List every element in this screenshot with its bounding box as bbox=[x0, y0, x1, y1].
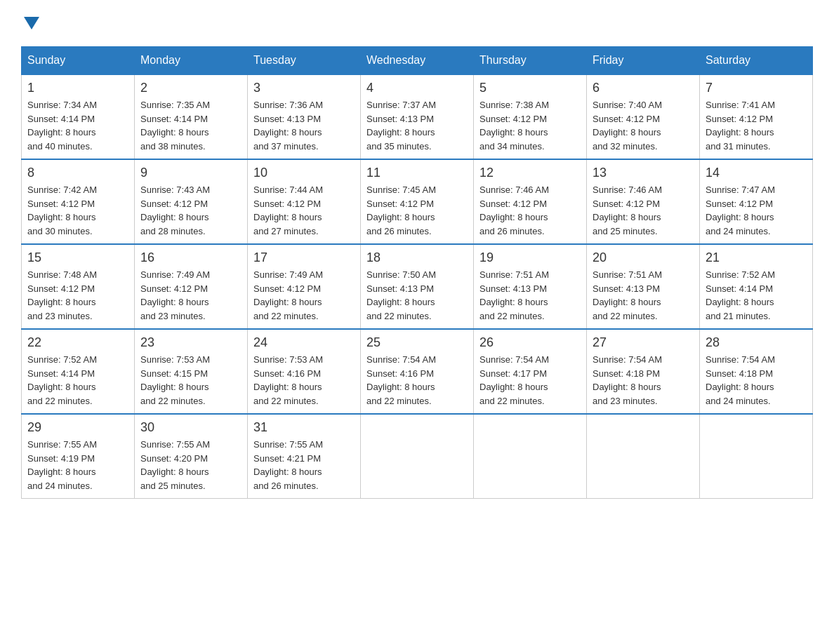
calendar-cell: 12 Sunrise: 7:46 AM Sunset: 4:12 PM Dayl… bbox=[474, 159, 587, 244]
day-info: Sunrise: 7:35 AM Sunset: 4:14 PM Dayligh… bbox=[140, 98, 241, 153]
calendar-cell bbox=[361, 414, 474, 499]
calendar-cell: 2 Sunrise: 7:35 AM Sunset: 4:14 PM Dayli… bbox=[135, 74, 248, 159]
calendar-cell: 8 Sunrise: 7:42 AM Sunset: 4:12 PM Dayli… bbox=[22, 159, 135, 244]
day-info: Sunrise: 7:49 AM Sunset: 4:12 PM Dayligh… bbox=[253, 268, 355, 323]
calendar-cell: 26 Sunrise: 7:54 AM Sunset: 4:17 PM Dayl… bbox=[474, 329, 587, 414]
day-info: Sunrise: 7:47 AM Sunset: 4:12 PM Dayligh… bbox=[706, 183, 807, 238]
calendar-cell: 14 Sunrise: 7:47 AM Sunset: 4:12 PM Dayl… bbox=[700, 159, 813, 244]
day-number: 1 bbox=[27, 81, 128, 95]
day-info: Sunrise: 7:46 AM Sunset: 4:12 PM Dayligh… bbox=[593, 183, 694, 238]
logo bbox=[21, 14, 39, 32]
day-number: 20 bbox=[593, 250, 694, 265]
calendar-cell: 25 Sunrise: 7:54 AM Sunset: 4:16 PM Dayl… bbox=[361, 329, 474, 414]
day-number: 7 bbox=[706, 81, 807, 95]
day-number: 22 bbox=[27, 335, 128, 350]
day-info: Sunrise: 7:55 AM Sunset: 4:19 PM Dayligh… bbox=[27, 438, 128, 492]
calendar-cell: 13 Sunrise: 7:46 AM Sunset: 4:12 PM Dayl… bbox=[587, 159, 700, 244]
calendar-cell: 6 Sunrise: 7:40 AM Sunset: 4:12 PM Dayli… bbox=[587, 74, 700, 159]
weekday-header-saturday: Saturday bbox=[700, 47, 813, 75]
day-info: Sunrise: 7:45 AM Sunset: 4:12 PM Dayligh… bbox=[366, 183, 468, 238]
day-number: 4 bbox=[366, 81, 468, 95]
day-number: 17 bbox=[253, 250, 355, 265]
day-info: Sunrise: 7:55 AM Sunset: 4:20 PM Dayligh… bbox=[140, 438, 241, 492]
day-number: 30 bbox=[140, 420, 241, 435]
day-info: Sunrise: 7:40 AM Sunset: 4:12 PM Dayligh… bbox=[593, 98, 694, 153]
calendar-cell: 1 Sunrise: 7:34 AM Sunset: 4:14 PM Dayli… bbox=[22, 74, 135, 159]
day-info: Sunrise: 7:54 AM Sunset: 4:17 PM Dayligh… bbox=[479, 353, 581, 408]
week-row-2: 8 Sunrise: 7:42 AM Sunset: 4:12 PM Dayli… bbox=[22, 159, 813, 244]
weekday-header-friday: Friday bbox=[587, 47, 700, 75]
svg-marker-0 bbox=[24, 17, 39, 29]
day-number: 16 bbox=[140, 250, 241, 265]
day-info: Sunrise: 7:46 AM Sunset: 4:12 PM Dayligh… bbox=[479, 183, 581, 238]
day-info: Sunrise: 7:44 AM Sunset: 4:12 PM Dayligh… bbox=[253, 183, 355, 238]
weekday-header-wednesday: Wednesday bbox=[361, 47, 474, 75]
day-number: 14 bbox=[706, 166, 807, 180]
calendar-cell: 18 Sunrise: 7:50 AM Sunset: 4:13 PM Dayl… bbox=[361, 244, 474, 329]
day-number: 2 bbox=[140, 81, 241, 95]
day-info: Sunrise: 7:51 AM Sunset: 4:13 PM Dayligh… bbox=[593, 268, 694, 323]
weekday-header-row: SundayMondayTuesdayWednesdayThursdayFrid… bbox=[22, 47, 813, 75]
weekday-header-tuesday: Tuesday bbox=[248, 47, 361, 75]
calendar-cell: 28 Sunrise: 7:54 AM Sunset: 4:18 PM Dayl… bbox=[700, 329, 813, 414]
calendar-cell: 29 Sunrise: 7:55 AM Sunset: 4:19 PM Dayl… bbox=[22, 414, 135, 499]
calendar-cell: 24 Sunrise: 7:53 AM Sunset: 4:16 PM Dayl… bbox=[248, 329, 361, 414]
day-number: 13 bbox=[593, 166, 694, 180]
calendar-cell: 23 Sunrise: 7:53 AM Sunset: 4:15 PM Dayl… bbox=[135, 329, 248, 414]
calendar-cell: 3 Sunrise: 7:36 AM Sunset: 4:13 PM Dayli… bbox=[248, 74, 361, 159]
day-number: 15 bbox=[27, 250, 128, 265]
day-info: Sunrise: 7:42 AM Sunset: 4:12 PM Dayligh… bbox=[27, 183, 128, 238]
week-row-1: 1 Sunrise: 7:34 AM Sunset: 4:14 PM Dayli… bbox=[22, 74, 813, 159]
day-number: 8 bbox=[27, 166, 128, 180]
calendar-cell: 7 Sunrise: 7:41 AM Sunset: 4:12 PM Dayli… bbox=[700, 74, 813, 159]
calendar-cell: 31 Sunrise: 7:55 AM Sunset: 4:21 PM Dayl… bbox=[248, 414, 361, 499]
day-number: 9 bbox=[140, 166, 241, 180]
calendar-cell: 19 Sunrise: 7:51 AM Sunset: 4:13 PM Dayl… bbox=[474, 244, 587, 329]
calendar-cell: 21 Sunrise: 7:52 AM Sunset: 4:14 PM Dayl… bbox=[700, 244, 813, 329]
day-info: Sunrise: 7:54 AM Sunset: 4:16 PM Dayligh… bbox=[366, 353, 468, 408]
weekday-header-monday: Monday bbox=[135, 47, 248, 75]
day-info: Sunrise: 7:55 AM Sunset: 4:21 PM Dayligh… bbox=[253, 438, 355, 492]
day-info: Sunrise: 7:52 AM Sunset: 4:14 PM Dayligh… bbox=[706, 268, 807, 323]
day-number: 26 bbox=[479, 335, 581, 350]
day-number: 3 bbox=[253, 81, 355, 95]
day-info: Sunrise: 7:53 AM Sunset: 4:16 PM Dayligh… bbox=[253, 353, 355, 408]
day-number: 12 bbox=[479, 166, 581, 180]
day-number: 10 bbox=[253, 166, 355, 180]
logo-triangle-icon bbox=[24, 17, 39, 29]
day-number: 5 bbox=[479, 81, 581, 95]
calendar-cell: 20 Sunrise: 7:51 AM Sunset: 4:13 PM Dayl… bbox=[587, 244, 700, 329]
day-info: Sunrise: 7:36 AM Sunset: 4:13 PM Dayligh… bbox=[253, 98, 355, 153]
calendar-cell: 22 Sunrise: 7:52 AM Sunset: 4:14 PM Dayl… bbox=[22, 329, 135, 414]
day-info: Sunrise: 7:52 AM Sunset: 4:14 PM Dayligh… bbox=[27, 353, 128, 408]
week-row-3: 15 Sunrise: 7:48 AM Sunset: 4:12 PM Dayl… bbox=[22, 244, 813, 329]
day-info: Sunrise: 7:34 AM Sunset: 4:14 PM Dayligh… bbox=[27, 98, 128, 153]
page-header bbox=[21, 14, 813, 32]
calendar-cell: 5 Sunrise: 7:38 AM Sunset: 4:12 PM Dayli… bbox=[474, 74, 587, 159]
day-info: Sunrise: 7:43 AM Sunset: 4:12 PM Dayligh… bbox=[140, 183, 241, 238]
day-info: Sunrise: 7:53 AM Sunset: 4:15 PM Dayligh… bbox=[140, 353, 241, 408]
day-number: 29 bbox=[27, 420, 128, 435]
day-info: Sunrise: 7:51 AM Sunset: 4:13 PM Dayligh… bbox=[479, 268, 581, 323]
day-number: 6 bbox=[593, 81, 694, 95]
calendar-cell: 4 Sunrise: 7:37 AM Sunset: 4:13 PM Dayli… bbox=[361, 74, 474, 159]
day-info: Sunrise: 7:54 AM Sunset: 4:18 PM Dayligh… bbox=[593, 353, 694, 408]
weekday-header-sunday: Sunday bbox=[22, 47, 135, 75]
calendar-cell bbox=[474, 414, 587, 499]
calendar-cell: 17 Sunrise: 7:49 AM Sunset: 4:12 PM Dayl… bbox=[248, 244, 361, 329]
weekday-header-thursday: Thursday bbox=[474, 47, 587, 75]
day-info: Sunrise: 7:41 AM Sunset: 4:12 PM Dayligh… bbox=[706, 98, 807, 153]
calendar-cell: 30 Sunrise: 7:55 AM Sunset: 4:20 PM Dayl… bbox=[135, 414, 248, 499]
day-number: 23 bbox=[140, 335, 241, 350]
calendar-cell: 15 Sunrise: 7:48 AM Sunset: 4:12 PM Dayl… bbox=[22, 244, 135, 329]
week-row-5: 29 Sunrise: 7:55 AM Sunset: 4:19 PM Dayl… bbox=[22, 414, 813, 499]
calendar-cell: 11 Sunrise: 7:45 AM Sunset: 4:12 PM Dayl… bbox=[361, 159, 474, 244]
calendar-cell: 16 Sunrise: 7:49 AM Sunset: 4:12 PM Dayl… bbox=[135, 244, 248, 329]
day-info: Sunrise: 7:37 AM Sunset: 4:13 PM Dayligh… bbox=[366, 98, 468, 153]
week-row-4: 22 Sunrise: 7:52 AM Sunset: 4:14 PM Dayl… bbox=[22, 329, 813, 414]
calendar-cell: 9 Sunrise: 7:43 AM Sunset: 4:12 PM Dayli… bbox=[135, 159, 248, 244]
calendar-cell: 10 Sunrise: 7:44 AM Sunset: 4:12 PM Dayl… bbox=[248, 159, 361, 244]
day-number: 24 bbox=[253, 335, 355, 350]
calendar-table: SundayMondayTuesdayWednesdayThursdayFrid… bbox=[21, 46, 813, 499]
day-number: 18 bbox=[366, 250, 468, 265]
